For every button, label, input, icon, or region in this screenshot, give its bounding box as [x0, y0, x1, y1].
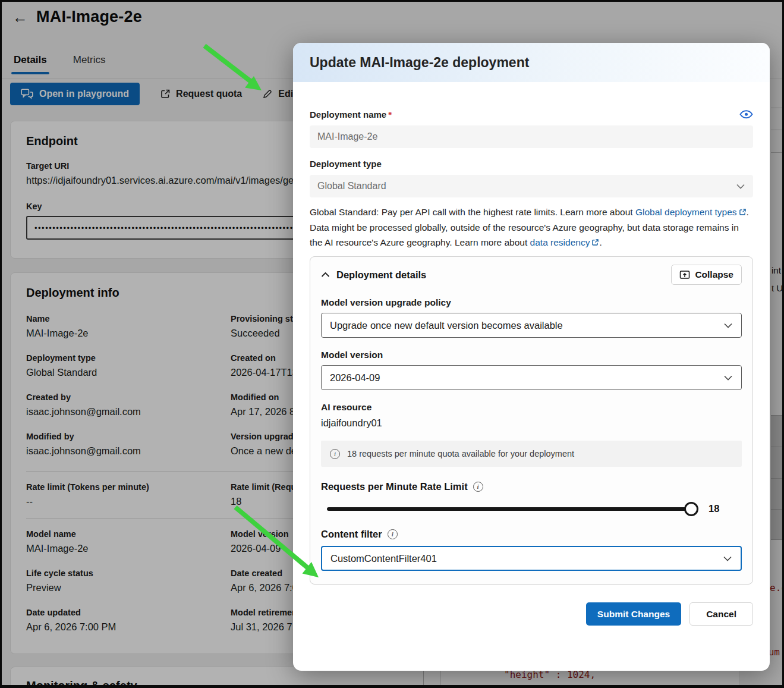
- info-icon[interactable]: i: [473, 482, 483, 492]
- model-version-upgrade-policy-dropdown[interactable]: Upgrade once new default version becomes…: [321, 313, 742, 338]
- screenshot-frame: ← MAI-Image-2e Details Metrics Open in p…: [0, 0, 784, 688]
- rate-limit-slider-row: 18: [321, 503, 742, 514]
- deployment-type-description: Global Standard: Pay per API call with t…: [310, 205, 753, 220]
- info-icon[interactable]: i: [388, 529, 398, 539]
- deployment-type-label: Deployment type: [310, 159, 753, 169]
- required-asterisk: *: [388, 109, 392, 120]
- model-version-upgrade-policy-label: Model version upgrade policy: [321, 297, 742, 308]
- content-filter-value: CustomContentFilter401: [330, 553, 437, 564]
- deployment-name-value: MAI-Image-2e: [317, 131, 377, 142]
- chevron-down-icon: [723, 322, 733, 329]
- chevron-down-icon: [736, 183, 745, 190]
- chevron-up-icon: [321, 272, 330, 278]
- deployment-details-section: Deployment details Collapse Model versio…: [310, 256, 753, 585]
- rate-limit-label-row: Requests per Minute Rate Limit i: [321, 481, 742, 492]
- rate-limit-value: 18: [709, 503, 719, 514]
- rate-limit-label: Requests per Minute Rate Limit: [321, 481, 468, 492]
- data-residency-link[interactable]: data residency: [530, 237, 590, 247]
- model-version-value: 2026-04-09: [330, 372, 380, 384]
- modal-body: Deployment name* MAI-Image-2e Deployment…: [293, 82, 770, 626]
- deployment-type-value: Global Standard: [317, 181, 386, 191]
- update-deployment-modal: Update MAI-Image-2e deployment Deploymen…: [293, 43, 770, 671]
- deployment-details-title: Deployment details: [336, 269, 426, 281]
- chevron-down-icon: [723, 375, 733, 381]
- deployment-details-toggle[interactable]: Deployment details: [321, 269, 426, 281]
- slider-handle[interactable]: [684, 502, 698, 516]
- quota-banner-text: 18 requests per minute quota available f…: [347, 449, 574, 458]
- ai-resource-label: AI resource: [321, 402, 742, 413]
- content-filter-label: Content filter: [321, 529, 382, 540]
- external-link-icon: [739, 205, 747, 220]
- deployment-name-label: Deployment name*: [310, 109, 392, 120]
- submit-changes-button[interactable]: Submit Changes: [586, 602, 681, 626]
- collapse-label: Collapse: [695, 269, 733, 280]
- rate-limit-slider[interactable]: [327, 507, 691, 511]
- eye-icon[interactable]: [739, 110, 753, 119]
- deployment-type-dropdown[interactable]: Global Standard: [310, 175, 753, 197]
- external-link-icon: [591, 235, 599, 250]
- quota-info-banner: i 18 requests per minute quota available…: [321, 441, 742, 467]
- model-version-label: Model version: [321, 350, 742, 360]
- modal-footer: Submit Changes Cancel: [310, 602, 753, 626]
- ai-resource-value: idjaifoundry01: [321, 417, 742, 429]
- collapse-button[interactable]: Collapse: [671, 265, 742, 285]
- modal-title: Update MAI-Image-2e deployment: [310, 55, 529, 71]
- model-version-dropdown[interactable]: 2026-04-09: [321, 365, 742, 390]
- cancel-button[interactable]: Cancel: [689, 602, 753, 626]
- modal-header: Update MAI-Image-2e deployment: [293, 43, 770, 82]
- deployment-name-input[interactable]: MAI-Image-2e: [310, 125, 753, 148]
- info-icon: i: [330, 449, 340, 459]
- global-deployment-types-link[interactable]: Global deployment types: [635, 207, 737, 217]
- deployment-details-page: ← MAI-Image-2e Details Metrics Open in p…: [2, 2, 782, 685]
- content-filter-label-row: Content filter i: [321, 529, 742, 540]
- data-residency-description: Data might be processed globally, outsid…: [310, 220, 753, 250]
- content-filter-dropdown[interactable]: CustomContentFilter401: [321, 546, 742, 571]
- model-version-upgrade-policy-value: Upgrade once new default version becomes…: [330, 320, 563, 331]
- collapse-icon: [679, 270, 690, 279]
- chevron-down-icon: [723, 555, 732, 562]
